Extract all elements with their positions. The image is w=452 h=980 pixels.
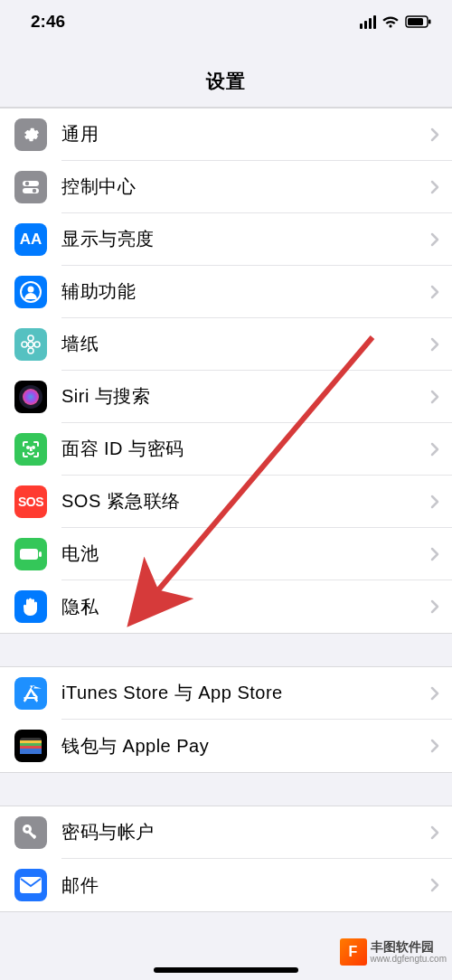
row-display[interactable]: AA显示与亮度 bbox=[0, 213, 452, 266]
row-faceid[interactable]: 面容 ID 与密码 bbox=[0, 423, 452, 476]
watermark-icon: F bbox=[340, 938, 367, 966]
chevron-right-icon bbox=[430, 180, 439, 194]
chevron-right-icon bbox=[430, 232, 439, 247]
svg-rect-24 bbox=[20, 749, 42, 754]
svg-point-6 bbox=[33, 189, 36, 193]
svg-rect-18 bbox=[20, 549, 38, 560]
status-bar: 2:46 bbox=[0, 0, 452, 43]
row-label: 辅助功能 bbox=[61, 279, 430, 304]
row-general[interactable]: 通用 bbox=[0, 108, 452, 161]
wallet-icon bbox=[14, 730, 47, 762]
row-siri[interactable]: Siri 与搜索 bbox=[0, 371, 452, 423]
aa-icon: AA bbox=[14, 223, 47, 256]
chevron-right-icon bbox=[430, 337, 439, 352]
svg-point-15 bbox=[23, 389, 39, 405]
row-label: 电池 bbox=[61, 542, 430, 566]
row-label: 密码与帐户 bbox=[61, 820, 430, 844]
chevron-right-icon bbox=[430, 127, 439, 142]
row-mail[interactable]: 邮件 bbox=[0, 859, 452, 911]
row-label: 墙纸 bbox=[61, 332, 430, 356]
row-privacy[interactable]: 隐私 bbox=[0, 580, 452, 633]
status-indicators bbox=[360, 15, 432, 29]
mail-icon bbox=[14, 869, 47, 901]
sos-icon: SOS bbox=[14, 485, 47, 518]
wifi-icon bbox=[381, 15, 400, 29]
appstore-icon bbox=[14, 677, 47, 710]
watermark-url: www.dgfengtu.com bbox=[371, 954, 447, 964]
chevron-right-icon bbox=[430, 686, 439, 701]
chevron-right-icon bbox=[430, 878, 439, 892]
svg-point-16 bbox=[27, 447, 29, 448]
svg-rect-3 bbox=[23, 181, 39, 186]
switches-icon bbox=[14, 171, 47, 203]
page-title: 设置 bbox=[0, 43, 452, 108]
row-itunes[interactable]: iTunes Store 与 App Store bbox=[0, 667, 452, 720]
chevron-right-icon bbox=[430, 390, 439, 404]
flower-icon bbox=[14, 328, 47, 361]
svg-point-9 bbox=[28, 342, 33, 347]
settings-group: 密码与帐户邮件 bbox=[0, 806, 452, 912]
svg-point-17 bbox=[33, 447, 34, 448]
chevron-right-icon bbox=[430, 547, 439, 561]
status-time: 2:46 bbox=[31, 12, 65, 32]
watermark-title: 丰图软件园 bbox=[371, 940, 447, 954]
svg-point-12 bbox=[22, 342, 27, 347]
row-label: 钱包与 Apple Pay bbox=[61, 734, 430, 759]
watermark: F 丰图软件园 www.dgfengtu.com bbox=[340, 938, 447, 966]
row-wallpaper[interactable]: 墙纸 bbox=[0, 318, 452, 371]
chevron-right-icon bbox=[430, 442, 439, 457]
row-label: 显示与亮度 bbox=[61, 227, 430, 251]
person-circle-icon bbox=[14, 276, 47, 308]
settings-group: iTunes Store 与 App Store钱包与 Apple Pay bbox=[0, 666, 452, 773]
svg-point-4 bbox=[25, 182, 29, 185]
faceid-icon bbox=[14, 433, 47, 466]
row-label: Siri 与搜索 bbox=[61, 384, 430, 409]
row-battery[interactable]: 电池 bbox=[0, 528, 452, 580]
row-wallet[interactable]: 钱包与 Apple Pay bbox=[0, 720, 452, 772]
svg-rect-2 bbox=[428, 20, 431, 24]
row-label: iTunes Store 与 App Store bbox=[61, 681, 430, 705]
svg-rect-5 bbox=[23, 188, 39, 193]
svg-rect-27 bbox=[28, 831, 36, 839]
svg-point-10 bbox=[28, 335, 33, 341]
gear-icon bbox=[14, 118, 47, 151]
home-indicator bbox=[154, 967, 298, 973]
row-label: 控制中心 bbox=[61, 174, 430, 199]
chevron-right-icon bbox=[430, 285, 439, 299]
key-icon bbox=[14, 816, 47, 849]
row-label: 隐私 bbox=[61, 595, 430, 619]
chevron-right-icon bbox=[430, 599, 439, 614]
siri-icon bbox=[14, 381, 47, 413]
row-label: 面容 ID 与密码 bbox=[61, 437, 430, 461]
row-accounts[interactable]: 密码与帐户 bbox=[0, 806, 452, 859]
row-label: 邮件 bbox=[61, 873, 430, 898]
row-control-center[interactable]: 控制中心 bbox=[0, 161, 452, 213]
row-accessibility[interactable]: 辅助功能 bbox=[0, 266, 452, 318]
cellular-icon bbox=[360, 15, 376, 29]
svg-rect-1 bbox=[408, 18, 423, 25]
hand-icon bbox=[14, 590, 47, 623]
svg-point-13 bbox=[34, 342, 40, 347]
row-label: SOS 紧急联络 bbox=[61, 489, 430, 514]
battery-icon bbox=[405, 15, 432, 28]
svg-point-11 bbox=[28, 348, 33, 353]
svg-point-8 bbox=[28, 287, 34, 293]
row-label: 通用 bbox=[61, 122, 430, 146]
row-sos[interactable]: SOSSOS 紧急联络 bbox=[0, 476, 452, 528]
chevron-right-icon bbox=[430, 495, 439, 509]
chevron-right-icon bbox=[430, 825, 439, 840]
battery-icon bbox=[14, 538, 47, 570]
settings-group: 通用控制中心AA显示与亮度辅助功能墙纸Siri 与搜索面容 ID 与密码SOSS… bbox=[0, 108, 452, 634]
chevron-right-icon bbox=[430, 739, 439, 753]
svg-rect-19 bbox=[39, 551, 42, 557]
svg-point-26 bbox=[25, 827, 29, 831]
